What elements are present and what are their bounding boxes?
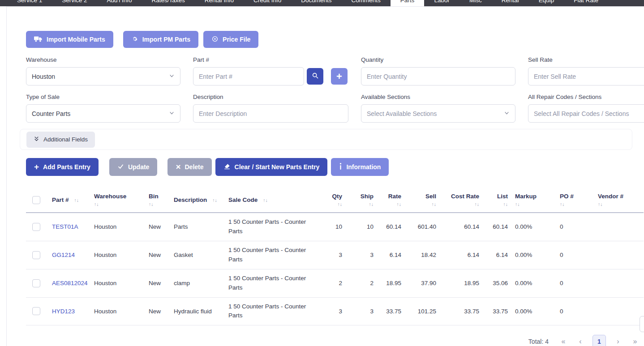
cell-rate: 6.14 (377, 241, 405, 269)
tab-rates-taxes[interactable]: Rates/Taxes (142, 0, 194, 6)
part-number-label: Part # (193, 56, 348, 63)
header-po[interactable]: PO #↑↓ (556, 188, 594, 213)
header-list[interactable]: List↑↓ (483, 188, 511, 213)
part-link[interactable]: GG1214 (52, 252, 75, 258)
update-button[interactable]: Update (109, 158, 157, 176)
header-rate[interactable]: Rate↑↓ (377, 188, 405, 213)
part-number-input[interactable] (193, 67, 304, 85)
description-input[interactable] (193, 104, 348, 123)
row-checkbox[interactable] (32, 251, 40, 259)
cell-sell: 601.40 (405, 213, 440, 241)
warehouse-select[interactable]: Houston (26, 67, 180, 85)
tab-documents[interactable]: Documents (291, 0, 341, 6)
last-page-button[interactable]: » (627, 333, 644, 346)
tab-misc[interactable]: Misc (459, 0, 492, 6)
tab-labor[interactable]: Labor (424, 0, 459, 6)
search-button[interactable] (307, 68, 323, 85)
price-file-button[interactable]: Price File (203, 31, 258, 48)
tab-credit-info[interactable]: Credit Info (244, 0, 291, 6)
header-bin[interactable]: Bin↑↓ (145, 188, 170, 213)
sort-icon[interactable]: ↑↓ (486, 201, 508, 207)
sort-icon[interactable]: ↑↓ (212, 197, 217, 203)
page-size-dropdown[interactable] (640, 316, 644, 332)
paginator: Total: 4 « ‹ 1 › » (26, 333, 644, 346)
tab-parts[interactable]: Parts (391, 0, 425, 6)
part-link[interactable]: HYD123 (52, 308, 75, 315)
add-part-button[interactable]: + (331, 68, 348, 85)
cell-qty: 2 (322, 269, 346, 297)
additional-fields-button[interactable]: Additional Fields (26, 132, 95, 148)
cell-bin: New (145, 241, 170, 269)
header-description[interactable]: Description↑↓ (170, 188, 225, 213)
row-checkbox[interactable] (32, 279, 40, 287)
import-mobile-parts-button[interactable]: Import Mobile Parts (26, 31, 113, 48)
cell-rate: 60.14 (377, 213, 405, 241)
next-page-button[interactable]: › (610, 333, 627, 346)
header-part[interactable]: Part #↑↓ (46, 188, 90, 213)
tab-flat-rate[interactable]: Flat Rate (564, 0, 608, 6)
prev-page-button[interactable]: ‹ (572, 333, 589, 346)
header-ship[interactable]: Ship↑↓ (346, 188, 377, 213)
tab-addl-info[interactable]: Add'l Info (97, 0, 142, 6)
repair-codes-label: All Repair Codes / Sections (528, 94, 644, 100)
sort-icon[interactable]: ↑↓ (515, 201, 553, 207)
sort-icon[interactable]: ↑↓ (149, 201, 167, 207)
row-checkbox[interactable] (32, 307, 40, 315)
row-checkbox[interactable] (32, 223, 40, 231)
sort-icon[interactable]: ↑↓ (94, 201, 142, 207)
check-icon (117, 163, 124, 171)
header-sale-code[interactable]: Sale Code↑↓ (225, 188, 322, 213)
tab-strip: Service 1 Service 2 Add'l Info Rates/Tax… (7, 0, 608, 6)
header-sell[interactable]: Sell↑↓ (405, 188, 440, 213)
cell-bin: New (145, 213, 170, 241)
sort-icon[interactable]: ↑↓ (349, 201, 374, 207)
cell-markup: 0.00% (511, 297, 556, 325)
available-sections-select[interactable]: Select Available Sections (361, 104, 515, 123)
part-number-field: Part # + (193, 56, 348, 85)
cell-warehouse: Houston (90, 241, 145, 269)
parts-panel: Import Mobile Parts Import PM Parts Pric… (6, 6, 644, 346)
header-warehouse[interactable]: Warehouse↑↓ (90, 188, 145, 213)
tab-service-1[interactable]: Service 1 (7, 0, 52, 6)
tab-equip[interactable]: Equip (529, 0, 564, 6)
sort-icon[interactable]: ↑↓ (598, 201, 640, 207)
header-qty[interactable]: Qty↑↓ (322, 188, 346, 213)
cell-list: 6.14 (483, 241, 511, 269)
sort-icon[interactable]: ↑↓ (443, 201, 479, 207)
tab-service-2[interactable]: Service 2 (52, 0, 97, 6)
tab-rental[interactable]: Rental (492, 0, 529, 6)
select-all-checkbox[interactable] (32, 196, 40, 204)
tab-comments[interactable]: Comments (342, 0, 391, 6)
cell-rate: 18.95 (377, 269, 405, 297)
repair-codes-select[interactable]: Select All Repair Codes / Sections (528, 104, 644, 123)
page-number-button[interactable]: 1 (592, 335, 606, 346)
information-button[interactable]: Information (331, 158, 389, 176)
sort-icon[interactable]: ↑↓ (381, 201, 401, 207)
part-link[interactable]: TEST01A (52, 223, 78, 230)
sort-icon[interactable]: ↑↓ (408, 201, 436, 207)
add-parts-entry-button[interactable]: + Add Parts Entry (26, 158, 99, 176)
first-page-button[interactable]: « (555, 333, 572, 346)
table-row: TEST01A Houston New Parts 1 50 Counter P… (26, 213, 644, 241)
sell-rate-input[interactable] (528, 67, 644, 85)
delete-button[interactable]: × Delete (167, 158, 211, 176)
chevron-down-icon (504, 110, 510, 117)
warehouse-field: Warehouse Houston (26, 56, 180, 85)
header-vendor[interactable]: Vendor #↑↓ (594, 188, 644, 213)
information-label: Information (346, 163, 381, 171)
sort-icon[interactable]: ↑↓ (326, 201, 342, 207)
import-pm-parts-button[interactable]: Import PM Parts (123, 31, 198, 48)
import-mobile-parts-label: Import Mobile Parts (47, 36, 105, 43)
sort-icon[interactable]: ↑↓ (74, 197, 79, 203)
cell-vendor (594, 241, 644, 269)
part-link[interactable]: AES0812024 (52, 280, 88, 286)
clear-start-new-button[interactable]: Clear / Start New Parts Entry (215, 158, 328, 176)
type-of-sale-select[interactable]: Counter Parts (26, 104, 180, 123)
sort-icon[interactable]: ↑↓ (560, 201, 591, 207)
cell-sale-code: 1 50 Counter Parts - Counter Parts (225, 269, 322, 297)
quantity-input[interactable] (361, 67, 515, 85)
tab-rental-info[interactable]: Rental Info (195, 0, 244, 6)
sort-icon[interactable]: ↑↓ (263, 197, 268, 203)
header-cost-rate[interactable]: Cost Rate↑↓ (440, 188, 483, 213)
header-markup[interactable]: Markup↑↓ (511, 188, 556, 213)
